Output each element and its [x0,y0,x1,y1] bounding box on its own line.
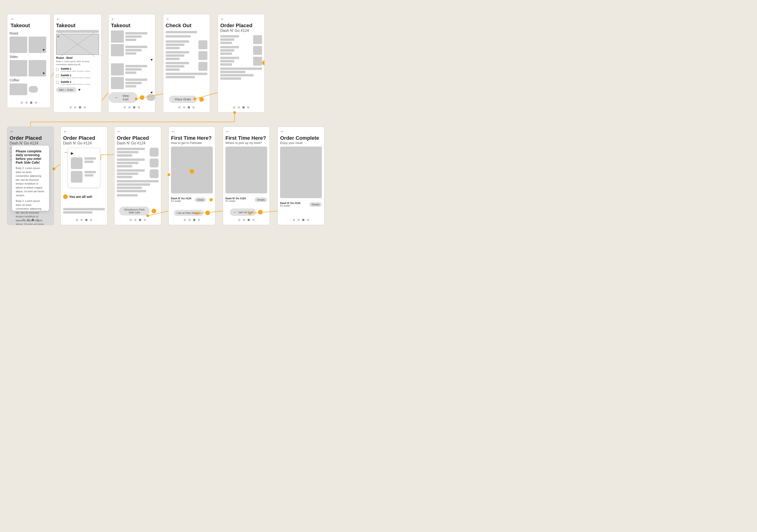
nav-dot [293,219,295,221]
nav-dot [74,106,76,108]
back-arrow-s4[interactable]: ← [166,17,207,21]
nav-dot [83,106,86,108]
nav-dot [247,106,249,108]
back-arrow-s1[interactable]: ← [11,17,47,21]
screen-3-takeout-cart: ← Takeout ♥ [108,14,155,112]
nav-dot [198,219,200,221]
heart-icon-s3[interactable]: ♥ [111,58,153,62]
title-s7: Order Placed [63,135,105,141]
subtitle-s10: Where to pick up my food? [226,141,267,145]
screen-5-order-placed: ← Order Placed Dash N' Go #124 [218,14,265,112]
heart-icon-s1b[interactable]: ♥ [43,71,45,75]
nav-dot-active [79,106,81,108]
detail-button-s11[interactable]: Details [309,202,322,207]
nav-dot [192,106,195,108]
back-arrow-s9[interactable]: ← [171,129,213,134]
back-arrow-s11[interactable]: ← [280,129,322,134]
heart-icon-s2[interactable]: ♥ [78,88,81,92]
nav-dot-active [139,219,141,221]
modal-body2-s6: Body 2: Lorem ipsum dolor sit amet, cons… [16,199,45,225]
orange-dot-directions [152,209,156,213]
title-s8: Order Placed [117,135,159,141]
title-s11: Order Complete [280,135,322,141]
nav-dot [138,106,140,108]
orange-dot-placeorder [199,97,204,102]
title-s5: Order Placed [220,22,262,29]
nav-dot-active [302,219,305,221]
svg-line-0 [51,73,53,77]
back-arrow-s10[interactable]: ← [226,129,267,134]
i-am-at-button[interactable]: I am at Park Side Ca [174,210,203,216]
nav-dot-active [85,219,87,221]
product-name-s2: Roast - Beef [56,56,99,60]
title-s9: First Time Here? [171,135,213,141]
subtitle-1: Subtitle 1 [61,68,90,70]
got-food-label: I got my food! [238,211,254,214]
order-status-s9: It's ready! [171,200,191,202]
subtitle-s7: Dash N' Go #124 [63,141,105,145]
nav-dot [25,102,28,104]
title-s10: First Time Here? [226,135,267,141]
nav-dot [143,219,146,221]
nav-dot [307,219,309,221]
orange-dot-detail-s9 [209,198,213,201]
back-arrow-s7[interactable]: ← [63,129,105,134]
screening-modal: Please complete daily screening before y… [12,146,49,211]
nav-dot [233,106,235,108]
nav-dot [252,219,255,221]
title-s4: Check Out [166,22,207,29]
option-item-2: Subtitle 1 Lorem ipsum dolor sit amet, c… [56,74,99,79]
product-desc-s2: Body 2: Lorem ipsum dolor sit amet, cons… [56,60,99,66]
nav-dot [128,106,131,108]
screen-10-pickup: ← First Time Here? Where to pick up my f… [223,127,270,225]
directions-button[interactable]: Directions to Park Side Cafe [119,207,150,216]
nav-dot [243,219,245,221]
back-arrow-s3[interactable]: ← [111,17,153,21]
nav-dot [184,219,186,221]
nav-dot [188,219,191,221]
order-status-s10: It's ready! [226,200,246,202]
directions-label: Directions to Park Side Cafe [122,208,146,214]
title-s2: Takeout [56,22,99,29]
back-arrow-s5[interactable]: ← [220,17,262,21]
order-label-s11: Dash N' Go #124 [280,202,300,204]
orange-dot-map [190,169,194,174]
back-arrow-s2[interactable]: ← [56,17,99,21]
orange-dot-iamat [205,211,210,215]
place-order-button[interactable]: Place Order [169,96,197,103]
place-order-label: Place Order [175,98,191,101]
nav-dot-active [188,106,190,108]
allset-label: You are all set! [69,195,92,198]
option-item-1: Subtitle 1 Lorem ipsum dolor sit amet, c… [56,68,99,72]
nav-dot [183,106,185,108]
detail-button-s9[interactable]: Detail [195,197,206,202]
title-s3: Takeout [111,22,153,29]
orange-dot-s5 [262,61,265,65]
subtitle-s9: How to get to Parkside [171,141,213,145]
nav-dot [80,219,83,221]
i-am-at-label: I am at Park Side Ca [177,212,200,214]
subtitle-s5: Dash N' Go #124 [220,29,262,33]
nav-dot [238,219,240,221]
got-food-button[interactable]: → I got my food! [230,208,257,216]
detail-button-s10[interactable]: Details [255,197,267,202]
screen-9-first-time-here: ← First Time Here? How to get to Parksid… [168,127,215,225]
modal-body1-s6: Body 2: Lorem ipsum dolor sit amet, cons… [16,166,45,197]
order-label-s10: Dash N' Go #124 [226,197,246,200]
screen-6-order-placed-modal: ← Order Placed Dash N' Go #124 Please co… [7,127,54,225]
nav-dot-active [242,106,245,108]
back-arrow-s8[interactable]: ← [117,129,159,134]
nav-dot-active [193,219,196,221]
view-cart-button[interactable]: → View Cart [108,92,137,103]
nav-dot-active [248,219,250,221]
add-order-button[interactable]: Add | Order [56,87,76,92]
nav-dot [134,219,136,221]
screen-8-order-directions: ← Order Placed Dash N' Go #124 [114,127,161,225]
screen-11-order-complete: ← Order Complete Enjoy your meal! Dash N… [278,127,324,225]
subtitle-s11: Enjoy your meal! [280,141,322,145]
heart-icon-s1[interactable]: ♥ [43,48,45,52]
screen-7-order-allset: ← Order Placed Dash N' Go #124 ▶ You are… [61,127,107,225]
subtitle-3: Subtitle 1 [61,81,90,83]
nav-dot [130,219,132,221]
nav-dot [178,106,181,108]
